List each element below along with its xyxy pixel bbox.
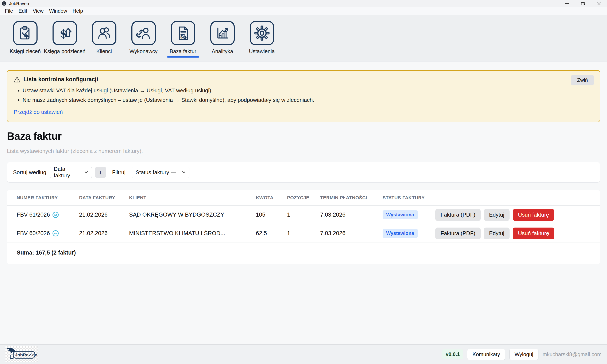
chevron-down-icon xyxy=(84,170,88,174)
invoice-client: MINISTERSTWO KLIMATU I ŚROD... xyxy=(129,230,256,237)
table-header-row: NUMER FAKTURY DATA FAKTURY KLIENT KWOTA … xyxy=(7,190,600,206)
col-header-klient: KLIENT xyxy=(129,195,256,201)
col-header-numer-faktury: NUMER FAKTURY xyxy=(17,195,79,201)
footer-logo: JobRa✓en xyxy=(5,346,38,362)
page-title: Baza faktur xyxy=(7,130,600,142)
clients-icon xyxy=(96,25,112,41)
delete-invoice-button[interactable]: Usuń fakturę xyxy=(513,228,554,239)
dollar-up-icon: $ xyxy=(57,25,73,41)
filter-label: Filtruj xyxy=(112,169,126,176)
toolbar: Księgi zleceń $ Księga podzleceń Klie xyxy=(0,15,607,62)
col-header-pozycje: POZYCJE xyxy=(287,195,320,201)
invoice-due: 7.03.2026 xyxy=(320,211,383,218)
app-window: JobRaven File Edit View xyxy=(0,0,607,364)
toolbar-label: Baza faktur xyxy=(169,48,196,54)
toolbar-item-wykonawcy[interactable]: Wykonawcy xyxy=(124,21,163,54)
toolbar-item-baza-faktur[interactable]: $ Baza faktur xyxy=(163,21,203,58)
collapse-banner-button[interactable]: Zwiń xyxy=(571,75,594,85)
col-header-data-faktury: DATA FAKTURY xyxy=(79,195,129,201)
toolbar-item-klienci[interactable]: Klienci xyxy=(84,21,124,54)
banner-bullet: Ustaw stawki VAT dla każdej usługi (Usta… xyxy=(23,87,593,94)
col-header-termin-platnosci: TERMIN PŁATNOŚCI xyxy=(320,195,383,201)
jobraven-logo-icon: JobRa✓en xyxy=(6,347,37,362)
invoice-amount: 62,5 xyxy=(256,230,287,237)
banner-checklist: Ustaw stawki VAT dla każdej usługi (Usta… xyxy=(23,87,593,103)
edit-invoice-button[interactable]: Edytuj xyxy=(484,209,510,221)
invoice-pdf-button[interactable]: Faktura (PDF) xyxy=(435,209,481,221)
sort-direction-button[interactable]: ↓ xyxy=(95,167,106,178)
restore-button[interactable] xyxy=(575,0,591,7)
close-icon xyxy=(597,1,601,6)
invoices-table: NUMER FAKTURY DATA FAKTURY KLIENT KWOTA … xyxy=(7,190,600,264)
footer: JobRa✓en v0.0.1 Komunikaty Wyloguj mkuch… xyxy=(0,344,607,364)
toolbar-item-analityka[interactable]: Analityka xyxy=(203,21,242,54)
analytics-chart-icon xyxy=(215,25,230,41)
table-row: FBV 60/2026 wf 21.02.2026 MINISTERSTWO K… xyxy=(7,224,600,243)
warning-triangle-icon xyxy=(14,76,20,83)
window-controls xyxy=(559,0,607,7)
chevron-down-icon xyxy=(181,170,186,174)
version-badge: v0.0.1 xyxy=(442,350,463,359)
invoices-sum: Suma: 167,5 (2 faktur) xyxy=(7,243,600,256)
titlebar: JobRaven xyxy=(0,0,607,7)
go-to-settings-link[interactable]: Przejdź do ustawień → xyxy=(14,109,70,115)
toolbar-label: Księga podzleceń xyxy=(44,48,85,54)
svg-text:$: $ xyxy=(180,34,183,39)
sort-label: Sortuj według xyxy=(13,169,46,176)
invoice-pdf-button[interactable]: Faktura (PDF) xyxy=(435,228,481,239)
status-badge: Wystawiona xyxy=(383,210,418,219)
filter-select-value: Status faktury — xyxy=(136,169,176,176)
invoice-number: FBV 61/2026 xyxy=(17,211,50,218)
config-checklist-banner: Lista kontrolna konfiguracji Ustaw stawk… xyxy=(7,70,600,122)
restore-icon xyxy=(581,1,585,6)
invoice-items: 1 xyxy=(287,211,320,218)
toolbar-item-ksiegi-zlecen[interactable]: Księgi zleceń xyxy=(5,21,45,54)
main-content: Lista kontrolna konfiguracji Ustaw stawk… xyxy=(0,62,607,344)
wf-badge-icon: wf xyxy=(52,212,59,218)
menu-item-window[interactable]: Window xyxy=(47,8,69,14)
invoice-amount: 105 xyxy=(256,211,287,218)
gear-icon xyxy=(254,25,270,41)
edit-invoice-button[interactable]: Edytuj xyxy=(484,228,510,239)
footer-logo-text: JobRa✓en xyxy=(15,352,37,357)
filter-select[interactable]: Status faktury — xyxy=(132,167,189,178)
invoice-document-icon: $ xyxy=(175,25,191,41)
komunikaty-button[interactable]: Komunikaty xyxy=(467,349,505,360)
app-logo-icon xyxy=(2,1,7,6)
user-email: mkucharski8@gmail.com xyxy=(542,351,602,357)
toolbar-label: Ustawienia xyxy=(249,48,275,54)
toolbar-label: Analityka xyxy=(212,48,233,54)
toolbar-item-ustawienia[interactable]: Ustawienia xyxy=(242,21,282,54)
invoice-client: SĄD OKRĘGOWY W BYDGOSZCZY xyxy=(129,211,256,218)
col-header-kwota: KWOTA xyxy=(256,195,287,201)
menu-item-view[interactable]: View xyxy=(30,8,46,14)
col-header-status-faktury: STATUS FAKTURY xyxy=(383,195,435,201)
invoice-due: 7.03.2026 xyxy=(320,230,383,237)
toolbar-label: Klienci xyxy=(96,48,112,54)
menu-item-help[interactable]: Help xyxy=(70,8,85,14)
invoice-date: 21.02.2026 xyxy=(79,230,129,237)
toolbar-label: Księgi zleceń xyxy=(10,48,41,54)
menu-item-edit[interactable]: Edit xyxy=(16,8,29,14)
invoice-number: FBV 60/2026 xyxy=(17,230,50,237)
active-tab-underline xyxy=(167,56,199,58)
clipboard-check-icon xyxy=(17,25,33,41)
minimize-button[interactable] xyxy=(559,0,575,7)
toolbar-item-ksiega-podzlecen[interactable]: $ Księga podzleceń xyxy=(45,21,84,54)
menu-item-file[interactable]: File xyxy=(2,8,15,14)
table-row: FBV 61/2026 wf 21.02.2026 SĄD OKRĘGOWY W… xyxy=(7,206,600,224)
logout-button[interactable]: Wyloguj xyxy=(509,349,539,360)
status-badge: Wystawiona xyxy=(383,229,418,238)
sort-select[interactable]: Data faktury xyxy=(50,167,92,178)
sort-select-value: Data faktury xyxy=(54,166,81,179)
toolbar-label: Wykonawcy xyxy=(129,48,157,54)
banner-bullet: Nie masz żadnych stawek domyślnych – ust… xyxy=(23,97,593,103)
close-button[interactable] xyxy=(591,0,607,7)
invoice-date: 21.02.2026 xyxy=(79,211,129,218)
wf-badge-icon: wf xyxy=(52,230,59,236)
contractor-wrench-icon xyxy=(136,25,151,41)
sort-filter-bar: Sortuj według Data faktury ↓ Filtruj Sta… xyxy=(7,162,600,183)
invoice-items: 1 xyxy=(287,230,320,237)
delete-invoice-button[interactable]: Usuń fakturę xyxy=(513,209,554,221)
window-title: JobRaven xyxy=(9,1,29,6)
